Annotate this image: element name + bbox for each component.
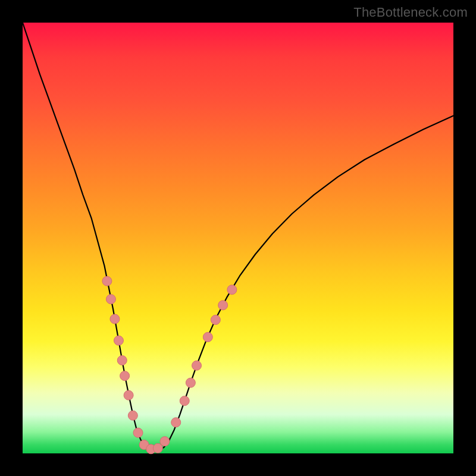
data-point <box>114 336 123 345</box>
data-point <box>160 437 170 446</box>
data-point <box>117 356 127 365</box>
data-point <box>203 333 212 342</box>
v-curve <box>23 23 453 451</box>
data-point <box>180 396 189 406</box>
data-point <box>227 285 237 295</box>
data-point <box>186 378 195 387</box>
data-point <box>124 390 133 400</box>
data-point <box>211 315 220 325</box>
data-point <box>102 276 112 286</box>
data-point <box>133 428 143 437</box>
data-point <box>110 314 120 324</box>
data-point <box>171 418 181 427</box>
data-point <box>192 361 202 370</box>
data-points <box>102 276 237 453</box>
watermark-text: TheBottleneck.com <box>353 5 468 20</box>
plot-area <box>23 23 453 453</box>
data-point <box>120 371 130 381</box>
data-point <box>106 295 115 304</box>
data-point <box>218 300 228 310</box>
data-point <box>128 411 137 420</box>
chart-svg <box>23 23 453 453</box>
chart-container: TheBottleneck.com <box>0 0 476 476</box>
